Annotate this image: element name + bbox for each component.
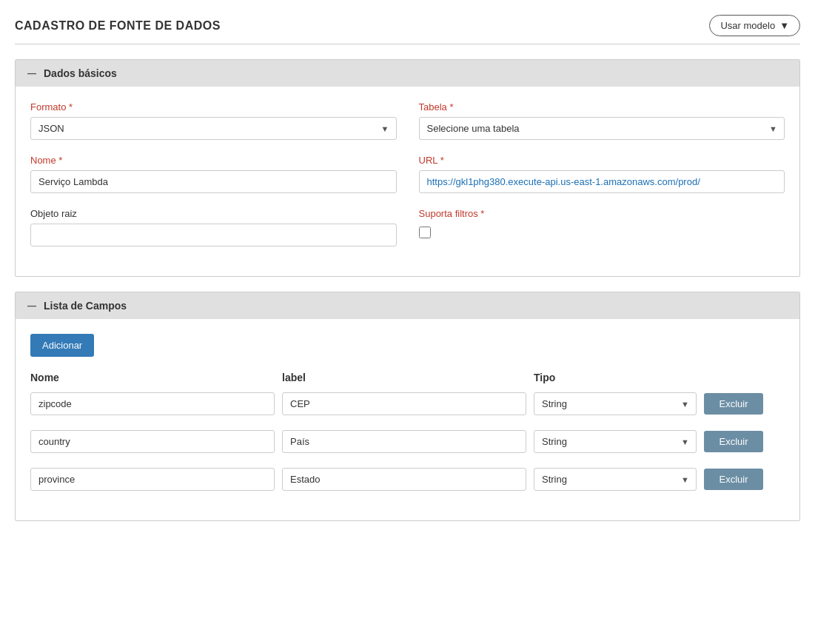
- formato-select-wrapper: JSON XML CSV ▼: [30, 117, 397, 140]
- lista-campos-section: — Lista de Campos Adicionar Nome label T…: [15, 292, 800, 521]
- url-input[interactable]: [419, 170, 785, 193]
- objeto-raiz-label: Objeto raiz: [30, 208, 397, 219]
- group-suporta-filtros: Suporta filtros *: [419, 208, 785, 246]
- nome-label: Nome *: [30, 155, 397, 166]
- field-tipo-select-0[interactable]: String Integer Float Boolean Date: [534, 392, 697, 415]
- col-label-header: label: [282, 372, 526, 383]
- suporta-filtros-label: Suporta filtros *: [419, 208, 785, 219]
- excluir-button-1[interactable]: Excluir: [704, 431, 763, 452]
- tabela-label: Tabela *: [419, 101, 785, 113]
- field-row-1: String Integer Float Boolean Date ▼ Excl…: [30, 430, 785, 453]
- field-nome-0[interactable]: [30, 392, 275, 415]
- objeto-raiz-input[interactable]: [30, 224, 397, 246]
- use-model-label: Usar modelo: [720, 20, 775, 31]
- adicionar-button[interactable]: Adicionar: [30, 334, 94, 357]
- field-nome-1[interactable]: [30, 430, 275, 453]
- field-tipo-wrapper-0: String Integer Float Boolean Date ▼: [534, 392, 697, 415]
- group-tabela: Tabela * Selecione uma tabela ▼: [419, 101, 785, 140]
- page-title: CADASTRO DE FONTE DE DADOS: [15, 19, 221, 33]
- col-tipo-header: Tipo: [534, 372, 697, 383]
- field-tipo-select-2[interactable]: String Integer Float Boolean Date: [534, 468, 697, 491]
- field-nome-2[interactable]: [30, 468, 275, 491]
- tabela-select[interactable]: Selecione uma tabela: [419, 117, 785, 140]
- col-action-header: [704, 372, 771, 383]
- group-formato: Formato * JSON XML CSV ▼: [30, 101, 397, 140]
- formato-select[interactable]: JSON XML CSV: [30, 117, 397, 140]
- dados-basicos-title: Dados básicos: [44, 67, 117, 79]
- dados-basicos-body: Formato * JSON XML CSV ▼ Tabela: [16, 87, 799, 276]
- lista-collapse-icon: —: [27, 301, 36, 311]
- excluir-button-0[interactable]: Excluir: [704, 393, 763, 415]
- tabela-select-wrapper: Selecione uma tabela ▼: [419, 117, 785, 140]
- group-objeto-raiz: Objeto raiz: [30, 208, 397, 246]
- row-nome-url: Nome * URL *: [30, 155, 785, 193]
- url-label: URL *: [419, 155, 785, 166]
- field-tipo-select-1[interactable]: String Integer Float Boolean Date: [534, 430, 697, 453]
- field-row-0: String Integer Float Boolean Date ▼ Excl…: [30, 392, 785, 415]
- lista-campos-title: Lista de Campos: [44, 300, 127, 312]
- field-label-1[interactable]: [282, 430, 526, 453]
- group-url: URL *: [419, 155, 785, 193]
- field-tipo-wrapper-1: String Integer Float Boolean Date ▼: [534, 430, 697, 453]
- excluir-button-2[interactable]: Excluir: [704, 469, 763, 490]
- field-label-2[interactable]: [282, 468, 526, 491]
- formato-label: Formato *: [30, 101, 397, 113]
- field-label-0[interactable]: [282, 392, 526, 415]
- field-tipo-wrapper-2: String Integer Float Boolean Date ▼: [534, 468, 697, 491]
- chevron-down-icon: ▼: [779, 20, 789, 31]
- col-nome-header: Nome: [30, 372, 275, 383]
- nome-input[interactable]: [30, 170, 397, 193]
- page-header: CADASTRO DE FONTE DE DADOS Usar modelo ▼: [15, 15, 800, 36]
- suporta-filtros-group: [419, 224, 785, 238]
- dados-basicos-section: — Dados básicos Formato * JSON XML CSV: [15, 59, 800, 277]
- field-row-2: String Integer Float Boolean Date ▼ Excl…: [30, 468, 785, 491]
- dados-basicos-header: — Dados básicos: [16, 60, 799, 87]
- row-objeto-filtros: Objeto raiz Suporta filtros *: [30, 208, 785, 246]
- use-model-button[interactable]: Usar modelo ▼: [709, 15, 800, 36]
- header-divider: [15, 44, 800, 44]
- page-wrapper: CADASTRO DE FONTE DE DADOS Usar modelo ▼…: [0, 0, 815, 644]
- collapse-icon: —: [27, 68, 36, 78]
- suporta-filtros-checkbox[interactable]: [419, 227, 431, 238]
- lista-campos-body: Adicionar Nome label Tipo String Integer…: [16, 319, 799, 520]
- lista-campos-header: — Lista de Campos: [16, 292, 799, 319]
- row-formato-tabela: Formato * JSON XML CSV ▼ Tabela: [30, 101, 785, 140]
- fields-table-header: Nome label Tipo: [30, 372, 785, 386]
- group-nome: Nome *: [30, 155, 397, 193]
